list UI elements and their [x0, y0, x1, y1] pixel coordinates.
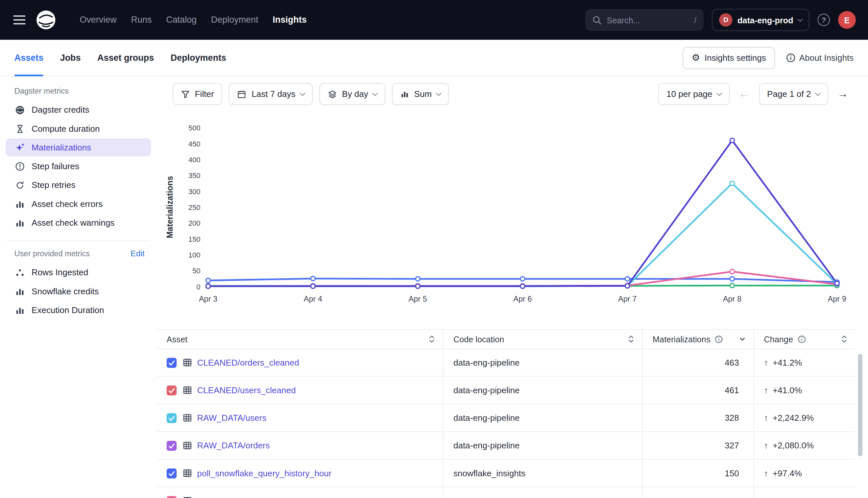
sidebar-item-materializations[interactable]: Materializations: [5, 138, 151, 157]
date-range-dropdown[interactable]: Last 7 days: [229, 83, 313, 105]
row-checkbox[interactable]: [167, 385, 177, 395]
trend-up-icon: [764, 385, 768, 395]
calendar-icon: [237, 89, 246, 99]
asset-link[interactable]: RAW_DATA/orders: [197, 441, 270, 450]
sort-icon[interactable]: [841, 335, 847, 344]
table-row: CLEANED/users_cleaned data-eng-pipeline …: [156, 377, 855, 404]
row-checkbox[interactable]: [167, 468, 177, 478]
table-row: CLEANED/orders_cleaned data-eng-pipeline…: [156, 349, 855, 377]
trend-up-icon: [764, 413, 768, 423]
insights-settings-button[interactable]: Insights settings: [683, 47, 775, 69]
edit-metrics-link[interactable]: Edit: [130, 249, 144, 258]
tab-jobs[interactable]: Jobs: [60, 40, 81, 76]
row-checkbox[interactable]: [167, 357, 177, 367]
table-asset-icon: [183, 496, 192, 498]
sidebar-item-rows-ingested[interactable]: Rows Ingested: [5, 263, 151, 281]
sidebar-item-asset-check-errors[interactable]: Asset check errors: [5, 195, 151, 213]
chevron-down-icon[interactable]: [739, 337, 746, 342]
info-icon[interactable]: [797, 335, 805, 343]
asset-cell: CLEANED/users_cleaned: [156, 377, 443, 404]
refresh-icon: [14, 180, 26, 190]
asset-cell: RAW_DATA/users: [156, 404, 443, 432]
deployment-avatar: D: [719, 13, 732, 26]
table-asset-icon: [183, 358, 192, 367]
vertical-scrollbar[interactable]: [858, 354, 863, 456]
sidebar-item-label: Snowflake credits: [31, 286, 99, 296]
filter-button[interactable]: Filter: [173, 83, 222, 105]
table-row: RAW_DATA/orders data-eng-pipeline 327 +2…: [156, 432, 855, 460]
row-checkbox[interactable]: [167, 441, 177, 450]
svg-text:400: 400: [188, 156, 201, 164]
sort-icon[interactable]: [628, 335, 634, 344]
sidebar-item-asset-check-warnings[interactable]: Asset check warnings: [5, 213, 151, 232]
group-by-dropdown[interactable]: By day: [319, 83, 385, 105]
nav-overview[interactable]: Overview: [79, 15, 116, 25]
dagster-insights-app: Overview Runs Catalog Deployment Insight…: [0, 0, 868, 498]
sidebar-item-snowflake-credits[interactable]: Snowflake credits: [5, 282, 151, 301]
asset-link[interactable]: RAW_DATA/users: [197, 413, 266, 423]
primary-nav: Overview Runs Catalog Deployment Insight…: [79, 15, 306, 25]
column-header-code-location[interactable]: Code location: [443, 329, 642, 348]
previous-page-button[interactable]: [734, 88, 754, 100]
asset-link[interactable]: poll_snowflake_query_history_hour: [197, 468, 331, 478]
user-metrics-header: User provided metrics Edit: [14, 249, 145, 258]
bar-chart-icon: [14, 305, 26, 315]
sparkle-icon: [14, 143, 26, 153]
search-shortcut-hint: /: [694, 15, 697, 25]
svg-text:300: 300: [188, 187, 201, 196]
nav-catalog[interactable]: Catalog: [166, 15, 196, 25]
column-header-materializations[interactable]: Materializations: [642, 329, 753, 348]
change-cell: +97.4%: [753, 460, 855, 486]
asset-link[interactable]: CLEANED/orders_cleaned: [197, 357, 299, 367]
user-avatar[interactable]: E: [838, 11, 856, 29]
sidebar-divider: [7, 240, 150, 241]
warning-circle-icon: [14, 161, 26, 171]
sidebar-item-step-failures[interactable]: Step failures: [5, 157, 151, 175]
aggregation-dropdown[interactable]: Sum: [392, 83, 449, 105]
deployment-switcher[interactable]: D data-eng-prod: [712, 9, 809, 31]
sidebar-item-step-retries[interactable]: Step retries: [5, 176, 151, 194]
info-icon[interactable]: [715, 335, 723, 343]
tab-assets[interactable]: Assets: [14, 40, 43, 76]
sidebar-item-compute-duration[interactable]: Compute duration: [5, 120, 151, 138]
search-input[interactable]: [607, 15, 673, 25]
help-button[interactable]: [818, 14, 830, 26]
next-page-button[interactable]: [832, 88, 853, 100]
gear-icon: [692, 53, 700, 63]
column-header-asset[interactable]: Asset: [156, 329, 443, 348]
bar-chart-icon: [400, 90, 409, 99]
sort-icon[interactable]: [429, 335, 435, 344]
dagster-logo[interactable]: [36, 10, 56, 30]
column-header-change[interactable]: Change: [753, 329, 855, 348]
bar-chart-icon: [14, 199, 26, 209]
sidebar-item-dagster-credits[interactable]: Dagster credits: [5, 101, 151, 119]
row-checkbox[interactable]: [167, 413, 177, 423]
trend-up-icon: [764, 468, 768, 478]
nav-runs[interactable]: Runs: [131, 15, 152, 25]
table-asset-icon: [183, 413, 192, 423]
asset-link[interactable]: CLEANED/users_cleaned: [197, 385, 296, 395]
sidebar-item-execution-duration[interactable]: Execution Duration: [5, 301, 151, 319]
chart-toolbar: Filter Last 7 days By day Sum: [173, 83, 853, 105]
sidebar-item-label: Step failures: [31, 161, 79, 171]
sidebar-item-label: Materializations: [31, 143, 91, 153]
per-page-dropdown[interactable]: 10 per page: [658, 83, 730, 105]
about-insights-link[interactable]: About Insights: [786, 53, 854, 63]
column-label: Change: [764, 335, 793, 344]
code-location-cell: snowflake_insights: [443, 460, 642, 486]
table-row: [156, 487, 855, 498]
trend-up-icon: [764, 357, 768, 367]
topnav-right-cluster: / D data-eng-prod E: [585, 9, 856, 31]
page-selector-dropdown[interactable]: Page 1 of 2: [759, 83, 828, 105]
materializations-cell: 328: [642, 404, 753, 432]
nav-insights[interactable]: Insights: [272, 15, 306, 25]
top-navigation-bar: Overview Runs Catalog Deployment Insight…: [0, 0, 868, 40]
svg-text:350: 350: [188, 171, 201, 180]
search-box[interactable]: /: [585, 9, 704, 31]
tab-deployments[interactable]: Deployments: [171, 40, 226, 76]
row-checkbox[interactable]: [167, 496, 177, 498]
tab-asset-groups[interactable]: Asset groups: [97, 40, 154, 76]
nav-deployment[interactable]: Deployment: [211, 15, 258, 25]
column-label: Materializations: [653, 335, 710, 344]
menu-icon[interactable]: [13, 15, 25, 25]
